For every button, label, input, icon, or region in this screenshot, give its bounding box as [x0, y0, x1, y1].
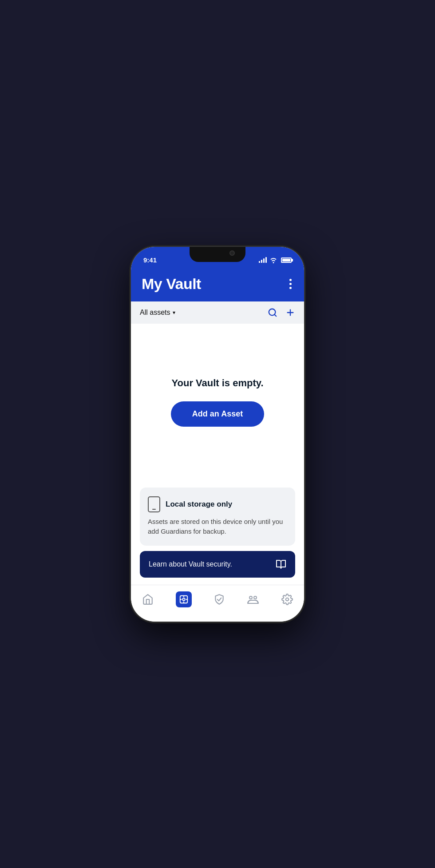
- asset-filter-dropdown[interactable]: All assets ▾: [140, 309, 175, 317]
- svg-point-10: [249, 596, 252, 599]
- device-icon: [148, 496, 160, 512]
- chevron-down-icon: ▾: [173, 309, 175, 316]
- add-button[interactable]: [285, 308, 295, 317]
- nav-item-vault[interactable]: [170, 590, 197, 609]
- svg-point-5: [182, 598, 185, 601]
- book-icon: [276, 559, 286, 570]
- info-section: Local storage only Assets are stored on …: [131, 480, 304, 585]
- app-header: My Vault: [131, 268, 304, 301]
- nav-item-guardians[interactable]: [241, 591, 265, 607]
- signal-icon: [259, 257, 267, 263]
- guardians-icon: [247, 593, 259, 606]
- svg-point-12: [286, 598, 289, 601]
- filter-actions: [268, 308, 295, 317]
- search-button[interactable]: [268, 308, 277, 317]
- home-icon: [142, 593, 154, 606]
- learn-security-label: Learn about Vault security.: [149, 560, 232, 568]
- status-time: 9:41: [143, 256, 157, 264]
- notch: [190, 247, 245, 262]
- add-asset-button[interactable]: Add an Asset: [171, 401, 264, 427]
- status-icons: [259, 257, 292, 263]
- nav-item-shield[interactable]: [208, 591, 231, 607]
- empty-state: Your Vault is empty. Add an Asset: [131, 324, 304, 480]
- nav-item-home[interactable]: [136, 591, 159, 607]
- local-storage-desc: Assets are stored on this device only un…: [148, 517, 287, 537]
- more-options-button[interactable]: [288, 277, 293, 291]
- svg-line-1: [274, 314, 276, 316]
- card-header: Local storage only: [148, 496, 287, 512]
- settings-icon: [281, 593, 293, 606]
- nav-item-settings[interactable]: [276, 591, 299, 607]
- filter-label: All assets: [140, 309, 170, 317]
- main-content: Your Vault is empty. Add an Asset Local …: [131, 324, 304, 585]
- empty-state-message: Your Vault is empty.: [171, 377, 263, 389]
- battery-icon: [281, 258, 292, 263]
- app-title: My Vault: [142, 275, 201, 293]
- shield-icon: [213, 593, 225, 606]
- screen: 9:41 My Vault: [131, 247, 304, 622]
- svg-point-11: [254, 596, 257, 599]
- vault-icon: [176, 591, 192, 607]
- bottom-nav: [131, 585, 304, 622]
- wifi-icon: [269, 257, 277, 263]
- local-storage-card: Local storage only Assets are stored on …: [140, 488, 295, 546]
- learn-security-button[interactable]: Learn about Vault security.: [140, 551, 295, 578]
- filter-bar: All assets ▾: [131, 301, 304, 324]
- front-camera: [229, 250, 235, 256]
- phone-frame: 9:41 My Vault: [131, 247, 304, 622]
- local-storage-title: Local storage only: [166, 500, 232, 509]
